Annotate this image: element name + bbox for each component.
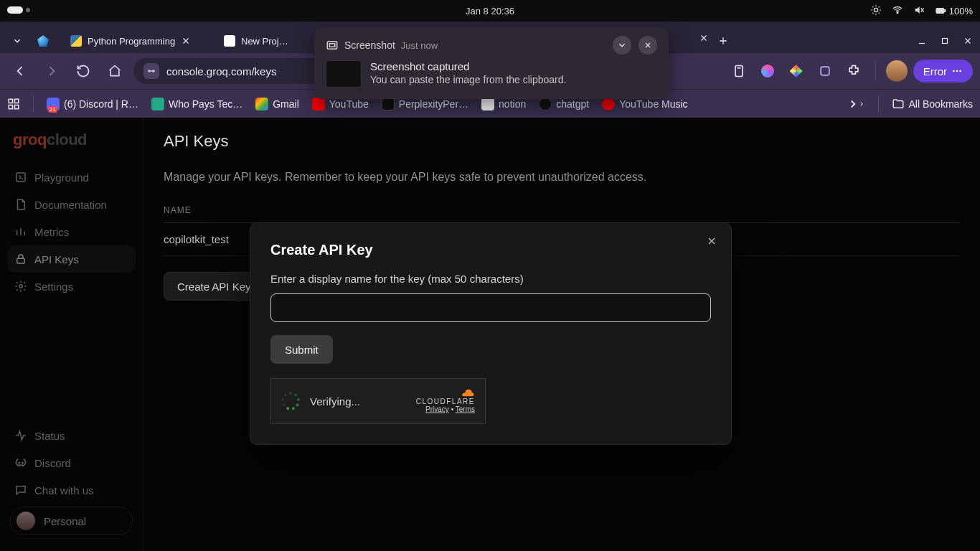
- screenshot-icon: [326, 39, 339, 52]
- bookmark-item[interactable]: Who Pays Tec…: [151, 98, 242, 110]
- profile-avatar[interactable]: [886, 60, 908, 82]
- svg-point-10: [956, 70, 958, 72]
- wifi-icon[interactable]: [892, 4, 903, 18]
- svg-rect-13: [15, 99, 19, 103]
- spinner-icon: [281, 392, 300, 410]
- bookmark-overflow-button[interactable]: [847, 98, 865, 110]
- modal-close-button[interactable]: [704, 233, 720, 249]
- brightness-icon[interactable]: [870, 4, 882, 18]
- tab-close-icon[interactable]: [699, 33, 709, 46]
- cloudflare-brand: CLOUDFLARE Privacy • Terms: [416, 389, 475, 413]
- battery-percent: 100%: [949, 6, 973, 17]
- back-button[interactable]: [7, 58, 33, 84]
- extension-icon[interactable]: [814, 60, 837, 83]
- submit-button[interactable]: Submit: [270, 335, 333, 364]
- separator: [33, 96, 34, 112]
- button-label: Submit: [285, 344, 319, 356]
- bookmark-label: chatgpt: [556, 98, 589, 110]
- extensions-button[interactable]: [842, 60, 865, 83]
- svg-rect-22: [329, 44, 335, 47]
- tab-notion[interactable]: New Projec: [217, 29, 296, 53]
- modal-title: Create API Key: [270, 242, 711, 258]
- tab-overflow-button[interactable]: [6, 29, 29, 53]
- toast-close-button[interactable]: [639, 36, 657, 55]
- svg-rect-12: [9, 99, 12, 103]
- bookmark-item[interactable]: 21(6) Discord | R…: [47, 98, 138, 110]
- home-button[interactable]: [102, 58, 128, 84]
- svg-point-1: [897, 12, 898, 14]
- all-bookmarks-button[interactable]: All Bookmarks: [892, 98, 973, 110]
- svg-rect-4: [943, 39, 948, 44]
- pinned-tab[interactable]: [30, 29, 62, 53]
- create-api-key-modal: Create API Key Enter a display name for …: [250, 222, 732, 445]
- window-close-button[interactable]: [961, 34, 974, 47]
- svg-point-9: [953, 70, 955, 72]
- bookmark-label: YouTube Music: [619, 98, 687, 110]
- bookmark-label: PerplexityPer…: [399, 98, 468, 110]
- tab-python[interactable]: Python Programming: [63, 29, 215, 53]
- window-minimize-button[interactable]: [915, 34, 928, 47]
- page-title: API Keys: [164, 132, 960, 151]
- extension-icon[interactable]: [785, 60, 808, 83]
- toast-body: You can paste the image from the clipboa…: [370, 74, 566, 85]
- site-info-icon[interactable]: [143, 63, 159, 79]
- window-maximize-button[interactable]: [938, 34, 951, 47]
- bookmark-label: Who Pays Tec…: [169, 98, 242, 110]
- battery-indicator[interactable]: 100%: [935, 5, 973, 17]
- bookmark-label: (6) Discord | R…: [64, 98, 138, 110]
- toast-thumbnail[interactable]: [326, 60, 362, 88]
- bookmark-item[interactable]: PerplexityPer…: [382, 98, 468, 110]
- bookmark-label: notion: [499, 98, 526, 110]
- volume-muted-icon[interactable]: [913, 4, 925, 18]
- cf-brand-text: CLOUDFLARE: [416, 397, 475, 405]
- svg-rect-2: [936, 9, 944, 14]
- page-subtitle: Manage your API keys. Remember to keep y…: [164, 171, 960, 184]
- apps-button[interactable]: [7, 98, 20, 110]
- bookmark-item[interactable]: Gmail: [255, 98, 299, 110]
- extension-icon[interactable]: [727, 60, 750, 83]
- separator: [878, 96, 879, 112]
- tab-label: Python Programming: [88, 36, 175, 47]
- os-datetime[interactable]: Jan 8 20:36: [466, 6, 514, 17]
- activities-pill[interactable]: [7, 6, 30, 14]
- bookmark-label: YouTube: [329, 98, 369, 110]
- url-text: console.groq.com/keys: [166, 65, 276, 77]
- table-header-name: NAME: [164, 205, 960, 223]
- api-key-name-input[interactable]: [270, 293, 711, 322]
- bookmark-item[interactable]: notion: [481, 98, 526, 110]
- button-label: Create API Key: [177, 281, 251, 293]
- screenshot-toast: Screenshot Just now Screenshot captured …: [314, 27, 669, 99]
- svg-point-11: [959, 70, 961, 72]
- svg-point-6: [153, 70, 154, 72]
- svg-point-0: [874, 8, 877, 11]
- cf-status-text: Verifying...: [310, 395, 360, 408]
- bookmark-item[interactable]: YouTube Music: [602, 98, 687, 110]
- extension-icon[interactable]: [756, 60, 779, 83]
- cf-privacy-link[interactable]: Privacy: [425, 405, 449, 413]
- reload-button[interactable]: [70, 58, 96, 84]
- svg-rect-21: [327, 42, 337, 50]
- os-menubar: Jan 8 20:36 100%: [0, 0, 980, 22]
- svg-rect-15: [15, 105, 19, 108]
- error-pill[interactable]: Error: [913, 60, 973, 83]
- tab-close-icon[interactable]: [181, 36, 191, 46]
- svg-rect-3: [944, 10, 945, 12]
- toolbar-separator: [875, 62, 876, 80]
- cf-terms-link[interactable]: Terms: [456, 405, 475, 413]
- toast-title: Screenshot captured: [370, 60, 566, 72]
- modal-input-label: Enter a display name for the key (max 50…: [270, 273, 711, 285]
- bookmark-label: Gmail: [273, 98, 299, 110]
- api-key-name: copilotkit_test: [164, 233, 229, 245]
- svg-rect-8: [821, 67, 829, 75]
- forward-button[interactable]: [39, 58, 65, 84]
- tab-label: New Projec: [241, 36, 288, 47]
- toast-app-name: Screenshot: [344, 39, 395, 51]
- bookmark-item[interactable]: chatgpt: [539, 98, 589, 110]
- bookmark-item[interactable]: YouTube: [312, 98, 369, 110]
- svg-point-5: [149, 70, 150, 72]
- toast-expand-button[interactable]: [613, 36, 631, 55]
- new-tab-button[interactable]: [713, 31, 733, 51]
- toast-when: Just now: [401, 40, 438, 51]
- cloudflare-challenge: Verifying... CLOUDFLARE Privacy • Terms: [270, 378, 486, 424]
- all-bookmarks-label: All Bookmarks: [909, 98, 973, 110]
